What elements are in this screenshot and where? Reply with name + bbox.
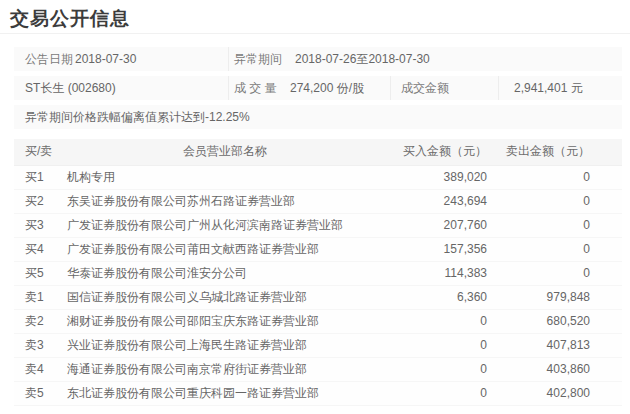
- buy-amount-value: 207,760: [390, 213, 490, 237]
- member-branch-name: 广发证券股份有限公司广州从化河滨南路证券营业部: [60, 213, 390, 237]
- trade-table: 买/卖 会员营业部名称 买入金额（元） 卖出金额（元） 买1 机构专用 389,…: [14, 139, 622, 406]
- content-area: 公告日期 2018-07-30 异常期间 2018-07-26至2018-07-…: [14, 47, 622, 406]
- col-header-buy-amount: 买入金额（元）: [390, 139, 490, 165]
- turnover-value: 2,941,401 元: [498, 76, 622, 100]
- member-branch-name: 海通证券股份有限公司南京常府街证券营业部: [60, 357, 390, 381]
- member-branch-name: 机构专用: [60, 165, 390, 189]
- table-row: 买3 广发证券股份有限公司广州从化河滨南路证券营业部 207,760 0: [14, 213, 622, 237]
- info-row-dates: 公告日期 2018-07-30 异常期间 2018-07-26至2018-07-…: [14, 47, 622, 71]
- side-rank-label: 买5: [14, 261, 60, 285]
- member-branch-name: 东吴证券股份有限公司苏州石路证券营业部: [60, 189, 390, 213]
- table-row: 买5 华泰证券股份有限公司淮安分公司 114,383 0: [14, 261, 622, 285]
- member-branch-name: 湘财证券股份有限公司邵阳宝庆东路证券营业部: [60, 309, 390, 333]
- table-row: 买4 广发证券股份有限公司莆田文献西路证券营业部 157,356 0: [14, 237, 622, 261]
- table-row: 卖4 海通证券股份有限公司南京常府街证券营业部 0 403,860: [14, 357, 622, 381]
- sell-amount-value: 680,520: [490, 309, 622, 333]
- side-rank-label: 卖4: [14, 357, 60, 381]
- trade-disclosure-page: 交易公开信息 公告日期 2018-07-30 异常期间 2018-07-26至2…: [0, 0, 630, 414]
- table-row: 买1 机构专用 389,020 0: [14, 165, 622, 189]
- table-row: 卖5 东北证券股份有限公司重庆科园一路证券营业部 0 402,800: [14, 381, 622, 405]
- sell-amount-value: 402,800: [490, 381, 622, 405]
- member-branch-name: 华泰证券股份有限公司淮安分公司: [60, 261, 390, 285]
- title-bar: 交易公开信息: [0, 0, 630, 34]
- announce-date-value: 2018-07-30: [75, 47, 228, 71]
- buy-amount-value: 243,694: [390, 189, 490, 213]
- table-row: 卖2 湘财证券股份有限公司邵阳宝庆东路证券营业部 0 680,520: [14, 309, 622, 333]
- volume-value: 274,200 份/股: [285, 76, 390, 100]
- member-branch-name: 国信证券股份有限公司义乌城北路证券营业部: [60, 285, 390, 309]
- sell-amount-value: 0: [490, 189, 622, 213]
- sell-amount-value: 0: [490, 165, 622, 189]
- buy-amount-value: 389,020: [390, 165, 490, 189]
- deviation-note: 异常期间价格跌幅偏离值累计达到-12.25%: [14, 105, 250, 129]
- table-body: 买1 机构专用 389,020 0 买2 东吴证券股份有限公司苏州石路证券营业部…: [14, 165, 622, 405]
- volume-label: 成 交 量: [228, 76, 285, 100]
- abnormal-period-label: 异常期间: [228, 47, 285, 71]
- side-rank-label: 卖2: [14, 309, 60, 333]
- buy-amount-value: 0: [390, 381, 490, 405]
- side-rank-label: 买4: [14, 237, 60, 261]
- page-title: 交易公开信息: [10, 7, 630, 31]
- buy-amount-value: 157,356: [390, 237, 490, 261]
- buy-amount-value: 0: [390, 309, 490, 333]
- col-header-buy-sell: 买/卖: [14, 139, 60, 165]
- sell-amount-value: 403,860: [490, 357, 622, 381]
- sell-amount-value: 0: [490, 237, 622, 261]
- member-branch-name: 东北证券股份有限公司重庆科园一路证券营业部: [60, 381, 390, 405]
- side-rank-label: 卖1: [14, 285, 60, 309]
- member-branch-name: 广发证券股份有限公司莆田文献西路证券营业部: [60, 237, 390, 261]
- info-row-stock: ST长生 (002680) 成 交 量 274,200 份/股 成交金额 2,9…: [14, 76, 622, 100]
- announce-date-label: 公告日期: [14, 47, 75, 71]
- side-rank-label: 卖5: [14, 381, 60, 405]
- sell-amount-value: 0: [490, 261, 622, 285]
- table-row: 买2 东吴证券股份有限公司苏州石路证券营业部 243,694 0: [14, 189, 622, 213]
- buy-amount-value: 6,360: [390, 285, 490, 309]
- stock-name-code: ST长生 (002680): [14, 76, 228, 100]
- col-header-member-name: 会员营业部名称: [60, 139, 390, 165]
- side-rank-label: 卖3: [14, 333, 60, 357]
- side-rank-label: 买3: [14, 213, 60, 237]
- sell-amount-value: 407,813: [490, 333, 622, 357]
- col-header-sell-amount: 卖出金额（元）: [490, 139, 622, 165]
- table-row: 卖3 兴业证券股份有限公司上海民生路证券营业部 0 407,813: [14, 333, 622, 357]
- member-branch-name: 兴业证券股份有限公司上海民生路证券营业部: [60, 333, 390, 357]
- buy-amount-value: 0: [390, 357, 490, 381]
- info-row-deviation: 异常期间价格跌幅偏离值累计达到-12.25%: [14, 105, 622, 129]
- side-rank-label: 买1: [14, 165, 60, 189]
- side-rank-label: 买2: [14, 189, 60, 213]
- abnormal-period-value: 2018-07-26至2018-07-30: [285, 47, 622, 71]
- table-header-row: 买/卖 会员营业部名称 买入金额（元） 卖出金额（元）: [14, 139, 622, 165]
- sell-amount-value: 0: [490, 213, 622, 237]
- table-row: 卖1 国信证券股份有限公司义乌城北路证券营业部 6,360 979,848: [14, 285, 622, 309]
- turnover-label: 成交金额: [390, 76, 498, 100]
- sell-amount-value: 979,848: [490, 285, 622, 309]
- buy-amount-value: 114,383: [390, 261, 490, 285]
- buy-amount-value: 0: [390, 333, 490, 357]
